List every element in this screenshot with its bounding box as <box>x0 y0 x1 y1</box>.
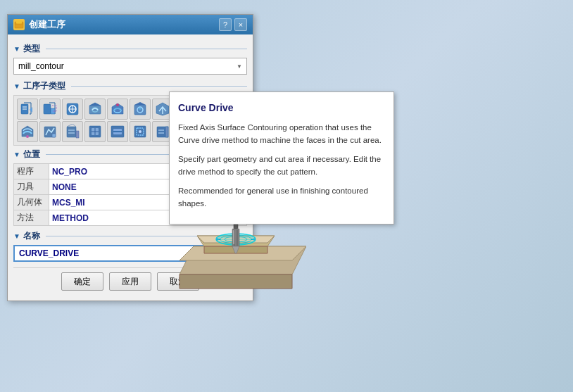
subtype-label: 工序子类型 <box>23 80 65 92</box>
info-title: Curve Drive <box>178 101 385 115</box>
svg-rect-29 <box>52 134 56 137</box>
desktop: WWW.UGNX.NET TE JI 创建工序 ? × <box>0 0 573 392</box>
subtype-icon-13[interactable] <box>84 121 106 142</box>
apply-button[interactable]: 应用 <box>109 272 151 291</box>
dialog-title-icon <box>13 19 25 30</box>
svg-marker-48 <box>180 274 292 289</box>
subtype-icon-12[interactable] <box>62 121 83 142</box>
close-button[interactable]: × <box>234 18 247 31</box>
type-section-header: ▼ 类型 <box>13 43 247 55</box>
subtype-icon-11[interactable] <box>39 121 61 142</box>
svg-rect-1 <box>16 20 22 24</box>
type-dropdown-row: mill_contour ▼ <box>13 58 247 75</box>
position-label: 位置 <box>23 148 40 160</box>
svg-point-14 <box>116 103 119 106</box>
subtype-icon-15[interactable] <box>130 121 151 142</box>
type-dropdown-value: mill_contour <box>18 61 64 71</box>
info-para-1: Specify part geometry and cut area if ne… <box>178 153 385 179</box>
subtype-icon-0[interactable] <box>17 99 38 120</box>
ok-button[interactable]: 确定 <box>61 272 103 291</box>
dialog-title-buttons: ? × <box>219 18 247 31</box>
type-label: 类型 <box>23 43 40 55</box>
info-panel: Curve Drive Fixed Axis Surface Contourin… <box>169 91 394 225</box>
pos-label-3: 方法 <box>14 210 49 226</box>
type-arrow: ▼ <box>13 45 20 53</box>
info-para-0: Fixed Axis Surface Contouring operation … <box>178 121 385 147</box>
info-para-2: Recommended for general use in finishing… <box>178 184 385 210</box>
dialog-titlebar: 创建工序 ? × <box>8 15 253 34</box>
svg-rect-6 <box>44 104 51 114</box>
subtype-section-line <box>71 86 247 87</box>
info-content: Fixed Axis Surface Contouring operation … <box>178 121 385 210</box>
pos-label-1: 刀具 <box>14 179 49 195</box>
dialog-title-left: 创建工序 <box>13 18 65 31</box>
subtype-icon-2[interactable] <box>62 99 83 120</box>
svg-rect-11 <box>89 106 101 114</box>
help-button[interactable]: ? <box>219 18 232 31</box>
subtype-icon-10[interactable] <box>17 121 38 142</box>
name-label: 名称 <box>23 230 40 242</box>
type-dropdown-arrow: ▼ <box>237 63 242 70</box>
pos-label-0: 程序 <box>14 164 49 179</box>
svg-rect-68 <box>233 230 234 244</box>
subtype-icon-14[interactable] <box>107 121 128 142</box>
svg-rect-43 <box>157 127 165 137</box>
subtype-icon-5[interactable] <box>130 99 151 120</box>
name-arrow: ▼ <box>13 232 20 240</box>
dialog-title: 创建工序 <box>29 18 65 31</box>
svg-rect-30 <box>67 127 76 137</box>
subtype-icon-3[interactable] <box>84 99 106 120</box>
svg-rect-44 <box>165 127 168 137</box>
subtype-section-header: ▼ 工序子类型 <box>13 80 247 92</box>
svg-point-42 <box>139 130 141 133</box>
type-dropdown[interactable]: mill_contour ▼ <box>13 58 247 75</box>
type-section-line <box>46 49 247 49</box>
subtype-icon-1[interactable] <box>39 99 61 120</box>
svg-point-27 <box>26 135 29 138</box>
position-arrow: ▼ <box>13 151 20 158</box>
subtype-arrow: ▼ <box>13 82 20 90</box>
pos-label-2: 几何体 <box>14 195 49 210</box>
subtype-icon-4[interactable] <box>107 99 128 120</box>
